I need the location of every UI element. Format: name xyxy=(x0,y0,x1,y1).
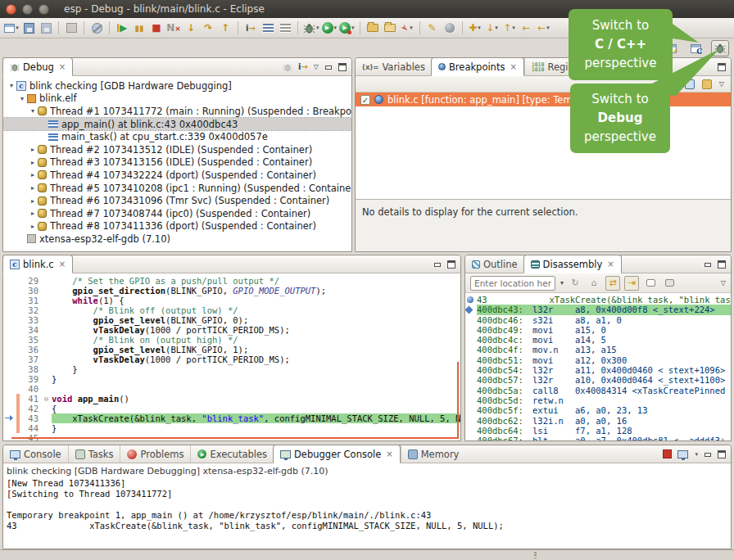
open-element-button[interactable] xyxy=(382,20,398,37)
disassembly-row[interactable]: 400dbc4c:movia14, 5 xyxy=(465,335,731,345)
location-input[interactable] xyxy=(470,276,555,291)
remove-terminated-icon[interactable] xyxy=(283,62,292,72)
editor-line[interactable]: 32 /* Blink off (output low) */ xyxy=(3,305,460,315)
world-button[interactable] xyxy=(442,20,458,37)
tab-memory[interactable]: Memory xyxy=(401,445,466,463)
tab-outline[interactable]: Outline xyxy=(465,255,524,273)
build-button[interactable] xyxy=(63,20,79,37)
instruction-stepping-view-button[interactable]: i→ xyxy=(298,62,308,71)
disassembly-row[interactable]: 400dbc43:l32ra8, 0x400d00f8 <_stext+224> xyxy=(465,305,731,314)
view-menu-icon[interactable]: ▽ xyxy=(314,63,319,70)
disassembly-row[interactable]: 400dbc5a:call80x40084314 <xTaskCreatePin… xyxy=(465,386,731,395)
pin-view-button[interactable] xyxy=(662,276,677,291)
new-c-project-button[interactable] xyxy=(365,20,381,37)
editor-line[interactable]: 43 xTaskCreate(&blink_task, "blink_task"… xyxy=(3,413,460,423)
maximize-icon[interactable] xyxy=(718,450,726,458)
editor-line[interactable]: 41⊖void app_main() xyxy=(3,394,460,404)
view-menu-icon[interactable]: ▽ xyxy=(721,279,726,287)
editor-line[interactable]: 31 while(1) { xyxy=(3,296,460,305)
disassembly-row[interactable]: 400dbc54:l32ra11, 0x400d0460 <_stext+109… xyxy=(465,365,731,375)
tab-executables[interactable]: ▶ Executables xyxy=(190,445,274,463)
save-all-button[interactable] xyxy=(38,20,54,37)
sync-selection-icon[interactable]: ⇄ xyxy=(605,276,620,291)
terminate-button[interactable]: ■ xyxy=(148,20,165,37)
tab-problems[interactable]: Problems xyxy=(120,445,190,463)
tab-disassembly[interactable]: Disassembly × xyxy=(523,255,622,273)
window-close-button[interactable] xyxy=(6,4,16,15)
disassembly-body[interactable]: 43 xTaskCreate(&blink_task, "blink_tas40… xyxy=(465,293,731,440)
twistie-icon[interactable]: ▸ xyxy=(28,171,38,178)
editor-line[interactable]: 33 gpio_set_level(BLINK_GPIO, 0); xyxy=(3,315,460,325)
minimize-icon[interactable] xyxy=(704,450,712,458)
tab-blink-c[interactable]: c blink.c × xyxy=(2,255,73,273)
tab-debug[interactable]: Debug × xyxy=(2,57,73,76)
disassembly-row[interactable]: 400dbc67:blta0, a7, 0x400dbc81 <__adddf3… xyxy=(465,436,731,440)
editor-line[interactable]: 40 xyxy=(3,384,460,394)
close-icon[interactable]: × xyxy=(607,260,614,269)
debug-tree-row[interactable]: ▸Thread #2 1073413512 (IDLE) (Suspended … xyxy=(3,143,351,156)
maximize-icon[interactable] xyxy=(338,63,347,71)
debug-tree-row[interactable]: ▾blink.elf xyxy=(3,93,351,106)
skip-all-breakpoints-button[interactable] xyxy=(88,20,105,37)
disassembly-row[interactable]: 400dbc49:movia15, 0 xyxy=(465,325,731,335)
step-into-button[interactable]: ↓ xyxy=(183,20,199,37)
twistie-icon[interactable]: ▸ xyxy=(28,146,38,153)
dropdown-icon[interactable]: ▾ xyxy=(495,25,498,31)
close-icon[interactable]: × xyxy=(510,62,516,71)
terminate-console-icon[interactable] xyxy=(663,449,672,458)
format-button[interactable]: ✎ xyxy=(424,20,441,37)
next-annotation-button[interactable]: ↓▾ xyxy=(484,20,501,37)
disassembly-row[interactable]: 400dbc57:l32ra10, 0x400d0464 <_stext+110… xyxy=(465,375,731,385)
display-selected-console-icon[interactable] xyxy=(677,450,688,458)
twistie-icon[interactable]: ▸ xyxy=(28,223,38,230)
dropdown-icon[interactable]: ▾ xyxy=(334,25,338,31)
twistie-icon[interactable]: ▸ xyxy=(28,159,38,166)
disassembly-row[interactable]: 400dbc51:movia12, 0x300 xyxy=(465,355,731,365)
sash-grip[interactable] xyxy=(534,552,537,559)
minimize-icon[interactable] xyxy=(324,63,333,70)
cpp-perspective-button[interactable]: C xyxy=(686,40,705,56)
debug-tree-row[interactable]: ▸Thread #5 1073410208 (ipc1 : Running) (… xyxy=(3,182,351,195)
show-supported-breakpoints-icon[interactable] xyxy=(685,79,695,89)
suspend-button[interactable]: ▮▮ xyxy=(131,20,147,37)
maximize-icon[interactable] xyxy=(718,63,726,71)
refresh-icon[interactable]: ↻ xyxy=(568,276,582,291)
external-tools-button[interactable]: ▶▾ xyxy=(338,20,356,37)
disassembly-row[interactable]: 400dbc62:l32i.na0, a0, 16 xyxy=(465,416,731,426)
minimize-icon[interactable] xyxy=(433,260,442,268)
track-expression-icon[interactable]: ⇥ xyxy=(624,276,639,291)
show-logical-structure-button[interactable] xyxy=(260,20,276,37)
new-wizard-button[interactable]: ▾ xyxy=(3,20,20,37)
debug-tree-row[interactable]: ▸Thread #6 1073431096 (Tmr Svc) (Suspend… xyxy=(3,194,351,207)
editor-line[interactable]: 36 gpio_set_level(BLINK_GPIO, 1); xyxy=(3,345,460,355)
window-minimize-button[interactable] xyxy=(22,4,33,15)
maximize-icon[interactable] xyxy=(718,260,726,269)
last-edit-location-button[interactable]: ← xyxy=(519,20,535,37)
disassembly-row[interactable]: 400dbc4f:mov.na13, a15 xyxy=(465,345,731,355)
dropdown-icon[interactable]: ▾ xyxy=(478,25,481,31)
debug-tree-row[interactable]: main_task() at cpu_start.c:339 0x400d057… xyxy=(3,130,351,143)
editor-line[interactable]: 42{ xyxy=(3,404,460,413)
debug-tree-row[interactable]: ▸Thread #8 1073411336 (dport) (Suspended… xyxy=(3,220,351,233)
twistie-icon[interactable]: ▸ xyxy=(28,184,38,192)
debug-tree-row[interactable]: ▾cblink checking [GDB Hardware Debugging… xyxy=(3,79,351,93)
dropdown-icon[interactable]: ▾ xyxy=(512,25,515,31)
open-new-view-button[interactable] xyxy=(643,276,658,291)
tab-console[interactable]: Console xyxy=(3,445,68,463)
run-button[interactable]: ▶▾ xyxy=(321,20,338,37)
tab-variables[interactable]: (x)= Variables xyxy=(356,58,432,75)
editor-line[interactable]: 45 xyxy=(3,433,460,440)
dropdown-icon[interactable]: ▾ xyxy=(16,25,19,31)
maximize-icon[interactable] xyxy=(447,260,455,269)
twistie-icon[interactable]: ▾ xyxy=(7,82,16,89)
twistie-icon[interactable]: ▾ xyxy=(28,107,38,115)
debug-tree-row[interactable]: app_main() at blink.c:43 0x400dbc43 xyxy=(3,118,351,131)
minimize-icon[interactable] xyxy=(704,260,712,268)
step-over-button[interactable]: ↷ xyxy=(200,20,216,37)
tab-tasks[interactable]: Tasks xyxy=(68,445,120,463)
fold-icon[interactable]: ⊖ xyxy=(41,394,52,404)
home-icon[interactable]: ⌂ xyxy=(587,276,601,291)
dropdown-icon[interactable]: ▾ xyxy=(695,451,698,458)
resume-button[interactable]: ▶ xyxy=(114,20,130,37)
previous-annotation-button[interactable]: ↑▾ xyxy=(501,20,518,37)
